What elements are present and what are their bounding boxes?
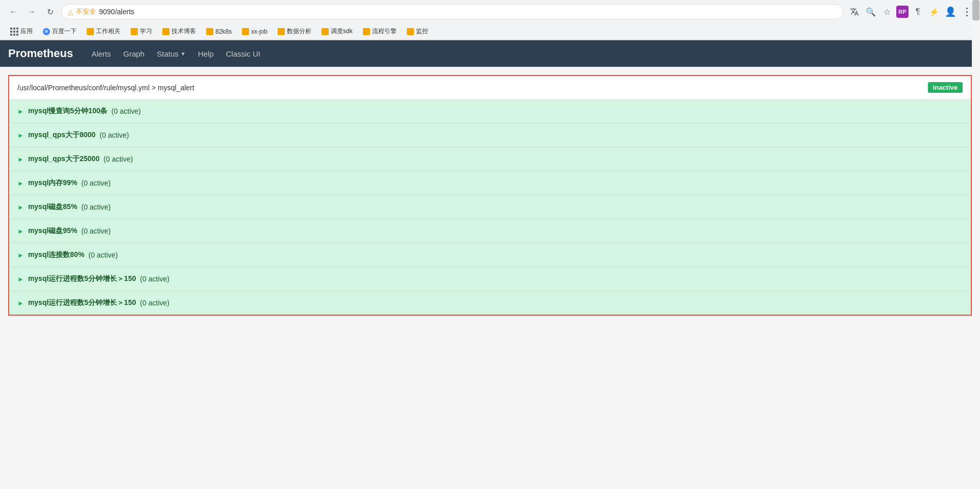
alert-name-8: mysql运行进程数5分钟增长＞150 [28, 274, 136, 284]
prometheus-navbar: Prometheus Alerts Graph Status ▼ Help Cl… [0, 40, 980, 67]
bookmark-work-label: 工作相关 [96, 27, 120, 36]
alert-row[interactable]: ► mysql运行进程数5分钟增长＞150 (0 active) [9, 267, 971, 291]
extensions-button[interactable]: ⚡ [927, 5, 941, 19]
alert-name-4: mysql内存99% [28, 178, 77, 188]
bookmark-baidu[interactable]: B 百度一下 [39, 25, 81, 37]
alert-name-5: mysql磁盘85% [28, 202, 77, 212]
alert-row[interactable]: ► mysql连接数80% (0 active) [9, 243, 971, 267]
rule-group-card: /usr/local/Prometheus/conf/rule/mysql.ym… [8, 75, 972, 316]
rule-group-path: /usr/local/Prometheus/conf/rule/mysql.ym… [17, 84, 194, 92]
chevron-right-icon: ► [17, 108, 24, 115]
alert-row[interactable]: ► mysql运行进程数5分钟增长＞150 (0 active) [9, 291, 971, 315]
chevron-right-icon: ► [17, 299, 24, 307]
bookmark-data-analysis-label: 数据分析 [287, 27, 311, 36]
bookmark-work-icon [87, 28, 94, 35]
prometheus-brand[interactable]: Prometheus [8, 47, 73, 60]
bookmark-dispatch-sdk[interactable]: 调度sdk [317, 25, 357, 37]
bookmark-dispatch-sdk-label: 调度sdk [331, 27, 353, 36]
chevron-right-icon: ► [17, 227, 24, 235]
warning-text: 不安全 [76, 7, 96, 16]
back-button[interactable]: ← [6, 5, 20, 19]
bookmark-process-engine-label: 流程引擎 [372, 27, 397, 36]
alert-count-9: (0 active) [138, 299, 169, 307]
alert-row[interactable]: ► mysql_qps大于8000 (0 active) [9, 123, 971, 147]
bookmark-82k8s-label: 82k8s [215, 28, 232, 35]
scrollbar-track[interactable] [972, 0, 980, 481]
alert-name-7: mysql连接数80% [28, 250, 84, 260]
alert-row[interactable]: ► mysql内存99% (0 active) [9, 171, 971, 195]
bookmark-monitor-label: 监控 [416, 27, 428, 36]
bookmark-data-analysis[interactable]: 数据分析 [274, 25, 315, 37]
chevron-right-icon: ► [17, 156, 24, 163]
bookmark-xxjob-label: xx-job [251, 28, 267, 35]
bookmark-monitor[interactable]: 监控 [403, 25, 432, 37]
bookmark-study[interactable]: 学习 [127, 25, 156, 37]
nav-status[interactable]: Status ▼ [151, 41, 191, 66]
chevron-right-icon: ► [17, 275, 24, 283]
browser-chrome: ← → ↻ △ 不安全 9090/alerts 🔍 ☆ RP ¶ ⚡ 👤 ⋮ [0, 0, 980, 40]
nav-help[interactable]: Help [192, 41, 220, 66]
bookmark-study-icon [131, 28, 138, 35]
translate-button[interactable] [847, 5, 862, 19]
alert-row[interactable]: ► mysql磁盘95% (0 active) [9, 219, 971, 243]
inactive-badge: inactive [928, 82, 963, 93]
main-content: /usr/local/Prometheus/conf/rule/mysql.ym… [0, 67, 980, 481]
nav-graph[interactable]: Graph [117, 41, 151, 66]
bookmark-process-engine-icon [363, 28, 370, 35]
bookmark-baidu-label: 百度一下 [52, 27, 77, 36]
bookmark-dispatch-sdk-icon [322, 28, 329, 35]
zoom-button[interactable]: 🔍 [864, 5, 878, 19]
chevron-right-icon: ► [17, 251, 24, 259]
chevron-right-icon: ► [17, 179, 24, 187]
bookmark-process-engine[interactable]: 流程引擎 [359, 25, 401, 37]
alert-name-2: mysql_qps大于8000 [28, 131, 95, 140]
bookmark-tech-blog[interactable]: 技术博客 [158, 25, 200, 37]
bookmark-monitor-icon [407, 28, 414, 35]
address-bar[interactable]: △ 不安全 9090/alerts [61, 4, 843, 19]
bookmark-work[interactable]: 工作相关 [83, 25, 125, 37]
extension-rp-button[interactable]: RP [896, 6, 909, 18]
alert-row[interactable]: ► mysql_qps大于25000 (0 active) [9, 147, 971, 171]
alert-row[interactable]: ► mysql磁盘85% (0 active) [9, 195, 971, 219]
alert-name-1: mysql慢查询5分钟100条 [28, 107, 108, 116]
browser-toolbar: ← → ↻ △ 不安全 9090/alerts 🔍 ☆ RP ¶ ⚡ 👤 ⋮ [0, 0, 980, 23]
bookmark-study-label: 学习 [140, 27, 152, 36]
bookmark-82k8s[interactable]: 82k8s [202, 27, 236, 37]
alert-count-2: (0 active) [97, 131, 129, 139]
forward-button[interactable]: → [24, 5, 39, 19]
scrollbar-thumb[interactable] [972, 0, 979, 20]
profile-button[interactable]: 👤 [943, 5, 958, 19]
security-warning-icon: △ [68, 8, 73, 16]
bookmark-xxjob[interactable]: xx-job [238, 27, 272, 37]
chevron-right-icon: ► [17, 203, 24, 211]
address-text: 9090/alerts [99, 8, 837, 16]
alert-name-3: mysql_qps大于25000 [28, 155, 100, 164]
chevron-right-icon: ► [17, 132, 24, 139]
alert-name-6: mysql磁盘95% [28, 226, 77, 236]
apps-grid-icon [10, 28, 18, 36]
alert-count-7: (0 active) [86, 251, 117, 259]
nav-classic-ui[interactable]: Classic UI [220, 41, 267, 66]
bookmark-data-analysis-icon [278, 28, 285, 35]
alert-count-1: (0 active) [109, 107, 140, 115]
bookmark-apps-label: 应用 [20, 27, 33, 36]
bookmark-xxjob-icon [242, 28, 249, 35]
browser-actions: 🔍 ☆ RP ¶ ⚡ 👤 ⋮ [847, 5, 974, 19]
bookmark-tech-blog-icon [162, 28, 169, 35]
alert-count-3: (0 active) [102, 155, 133, 163]
alert-count-5: (0 active) [79, 203, 110, 211]
reload-button[interactable]: ↻ [43, 5, 57, 19]
alert-count-6: (0 active) [79, 227, 110, 235]
bookmark-tech-blog-label: 技术博客 [172, 27, 196, 36]
alert-name-9: mysql运行进程数5分钟增长＞150 [28, 298, 136, 307]
rule-group-header: /usr/local/Prometheus/conf/rule/mysql.ym… [9, 76, 971, 99]
alert-count-4: (0 active) [79, 179, 110, 187]
alert-row[interactable]: ► mysql慢查询5分钟100条 (0 active) [9, 99, 971, 123]
bookmark-apps[interactable]: 应用 [6, 25, 37, 37]
extension-pilcrow-button[interactable]: ¶ [911, 5, 925, 19]
bookmark-baidu-icon: B [43, 28, 50, 35]
bookmarks-bar: 应用 B 百度一下 工作相关 学习 技术博客 82k8s xx-job [0, 23, 980, 40]
nav-alerts[interactable]: Alerts [85, 41, 117, 66]
bookmark-82k8s-icon [206, 28, 213, 35]
bookmark-button[interactable]: ☆ [880, 5, 894, 19]
